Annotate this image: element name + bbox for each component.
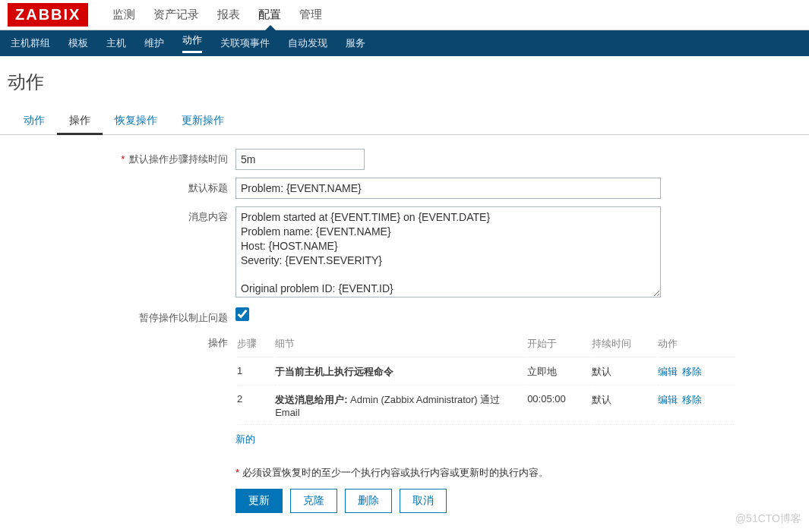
col-duration: 持续时间 bbox=[592, 334, 656, 357]
subnav-item-0[interactable]: 主机群组 bbox=[2, 30, 59, 56]
col-start: 开始于 bbox=[527, 334, 590, 357]
cell-duration: 默认 bbox=[592, 387, 656, 425]
top-menu: 监测资产记录报表配置管理 bbox=[103, 0, 331, 30]
topnav-item-0[interactable]: 监测 bbox=[103, 0, 144, 30]
topnav-item-2[interactable]: 报表 bbox=[208, 0, 249, 30]
cell-step: 1 bbox=[237, 359, 273, 386]
top-nav: ZABBIX 监测资产记录报表配置管理 bbox=[0, 0, 809, 30]
button-row: 更新 克隆 删除 取消 bbox=[235, 489, 809, 513]
cell-start: 立即地 bbox=[527, 359, 590, 386]
topnav-item-3[interactable]: 配置 bbox=[249, 0, 290, 30]
label-pause: 暂停操作以制止问题 bbox=[139, 312, 228, 323]
cell-start: 00:05:00 bbox=[527, 387, 590, 425]
duration-input[interactable] bbox=[235, 149, 365, 170]
subnav-item-1[interactable]: 模板 bbox=[59, 30, 97, 56]
edit-link[interactable]: 编辑 bbox=[658, 366, 678, 377]
cell-actions: 编辑移除 bbox=[658, 359, 735, 386]
subnav-item-4[interactable]: 动作 bbox=[173, 30, 211, 56]
new-operation-link[interactable]: 新的 bbox=[235, 433, 255, 445]
form-tabs: 动作操作恢复操作更新操作 bbox=[0, 108, 809, 135]
validation-hint: * 必须设置恢复时的至少一个执行内容或执行内容或更新时的执行内容。 bbox=[235, 466, 809, 480]
cell-detail: 发送消息给用户: Admin (Zabbix Administrator) 通过… bbox=[275, 387, 526, 425]
watermark: @51CTO博客 bbox=[735, 512, 801, 521]
pause-checkbox[interactable] bbox=[235, 307, 249, 321]
label-subject: 默认标题 bbox=[188, 182, 228, 194]
col-action: 动作 bbox=[658, 334, 735, 357]
update-button[interactable]: 更新 bbox=[235, 489, 283, 513]
remove-link[interactable]: 移除 bbox=[682, 394, 702, 405]
page-title: 动作 bbox=[0, 56, 809, 108]
label-message: 消息内容 bbox=[188, 211, 228, 222]
cell-detail: 于当前主机上执行远程命令 bbox=[275, 359, 526, 386]
subnav-item-7[interactable]: 服务 bbox=[337, 30, 374, 56]
subnav-item-2[interactable]: 主机 bbox=[97, 30, 135, 56]
operations-table: 步骤 细节 开始于 持续时间 动作 1于当前主机上执行远程命令立即地默认编辑移除… bbox=[235, 332, 737, 427]
cell-step: 2 bbox=[237, 387, 273, 425]
delete-button[interactable]: 删除 bbox=[345, 489, 392, 513]
subject-input[interactable] bbox=[235, 178, 661, 199]
col-detail: 细节 bbox=[275, 334, 526, 357]
col-step: 步骤 bbox=[237, 334, 273, 357]
cell-actions: 编辑移除 bbox=[658, 387, 735, 425]
subnav-item-3[interactable]: 维护 bbox=[135, 30, 173, 56]
form-tab-0[interactable]: 动作 bbox=[11, 108, 57, 135]
sub-nav: 主机群组模板主机维护动作关联项事件自动发现服务 bbox=[0, 30, 809, 56]
subnav-item-5[interactable]: 关联项事件 bbox=[211, 30, 279, 56]
label-duration: 默认操作步骤持续时间 bbox=[129, 153, 228, 165]
topnav-item-4[interactable]: 管理 bbox=[290, 0, 331, 30]
label-operations: 操作 bbox=[208, 337, 228, 348]
clone-button[interactable]: 克隆 bbox=[290, 489, 337, 513]
form-tab-3[interactable]: 更新操作 bbox=[169, 108, 236, 135]
form: * 默认操作步骤持续时间 默认标题 消息内容 暂停操作以制止问题 操作 步骤 细… bbox=[0, 135, 809, 513]
form-tab-1[interactable]: 操作 bbox=[57, 108, 103, 135]
message-textarea[interactable] bbox=[235, 206, 661, 297]
logo: ZABBIX bbox=[8, 3, 88, 27]
cell-duration: 默认 bbox=[592, 359, 656, 386]
subnav-item-6[interactable]: 自动发现 bbox=[279, 30, 337, 56]
edit-link[interactable]: 编辑 bbox=[658, 394, 678, 405]
form-tab-2[interactable]: 恢复操作 bbox=[103, 108, 169, 135]
remove-link[interactable]: 移除 bbox=[682, 366, 702, 377]
topnav-item-1[interactable]: 资产记录 bbox=[144, 0, 208, 30]
cancel-button[interactable]: 取消 bbox=[400, 489, 447, 513]
table-row: 1于当前主机上执行远程命令立即地默认编辑移除 bbox=[237, 359, 735, 386]
table-row: 2发送消息给用户: Admin (Zabbix Administrator) 通… bbox=[237, 387, 735, 425]
